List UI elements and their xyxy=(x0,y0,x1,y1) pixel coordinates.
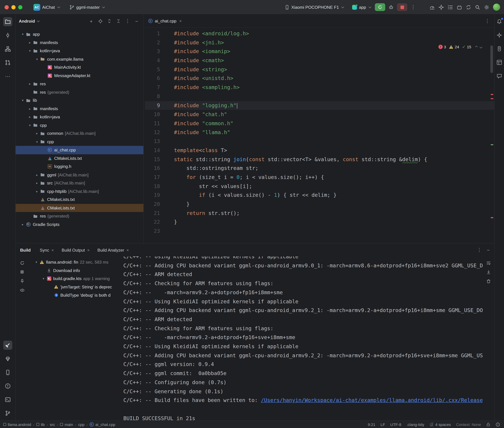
run-config-selector[interactable]: app xyxy=(350,3,374,11)
plugins-icon[interactable] xyxy=(455,3,464,11)
error-stripe-mark[interactable] xyxy=(491,217,493,218)
sync-project-icon[interactable] xyxy=(464,3,473,11)
pin-icon[interactable] xyxy=(18,277,26,285)
context-indicator[interactable]: Context: None xyxy=(456,422,481,427)
inspection-profile[interactable]: .clang-tidy xyxy=(406,422,424,427)
add-icon[interactable]: + xyxy=(88,17,95,25)
chevron-expanded-icon[interactable]: ▾ xyxy=(27,49,32,53)
project-view-mode[interactable]: Android xyxy=(19,19,35,24)
chevron-expanded-icon[interactable]: ▾ xyxy=(41,277,46,280)
build-panel-title[interactable]: Build xyxy=(20,247,31,252)
tab-build-output[interactable]: Build Output× xyxy=(59,243,93,256)
minimize-window-button[interactable] xyxy=(11,5,16,9)
tree-item-manifests[interactable]: ▸manifests xyxy=(16,38,144,47)
tree-item-app[interactable]: ▾app xyxy=(16,30,144,38)
commit-tool-button[interactable] xyxy=(3,31,12,40)
rerun-build-icon[interactable] xyxy=(18,259,26,267)
more-options-icon[interactable]: ⋮ xyxy=(124,17,131,25)
profiler-icon[interactable] xyxy=(427,3,436,11)
debug-button[interactable] xyxy=(386,3,396,11)
locate-file-icon[interactable] xyxy=(97,17,104,25)
notifications-icon[interactable] xyxy=(495,422,500,427)
device-explorer-tool-button[interactable] xyxy=(495,44,504,53)
project-selector[interactable]: AC AiChat xyxy=(31,2,62,12)
tree-item-src[interactable]: ▸src[AiChat.lib.main] xyxy=(16,179,144,187)
chevron-collapsed-icon[interactable]: ▸ xyxy=(34,173,40,177)
close-tab-icon[interactable]: × xyxy=(126,247,129,252)
chevron-expanded-icon[interactable]: ▾ xyxy=(27,123,32,127)
tree-item-common[interactable]: ▸common[AiChat.lib.main] xyxy=(16,129,144,138)
caret-position[interactable]: 9:21 xyxy=(368,422,375,427)
build-tree-item[interactable]: Download info xyxy=(29,266,120,275)
build-tree-item[interactable]: 'jvmTarget: String' is deprec xyxy=(29,283,120,291)
tab-sync[interactable]: Sync× xyxy=(36,243,57,256)
tree-item-cmakelists-txt[interactable]: CMakeLists.txt xyxy=(16,154,144,162)
chevron-expanded-icon[interactable]: ▾ xyxy=(20,33,25,36)
stop-button[interactable] xyxy=(397,3,408,11)
project-tool-button[interactable] xyxy=(3,17,12,26)
tree-item-cmakelists-txt[interactable]: CMakeLists.txt xyxy=(16,195,144,204)
inspections-widget[interactable]: ! 3 24 ✓ 15 xyxy=(437,44,483,50)
more-run-actions-button[interactable]: ⋮ xyxy=(409,3,418,11)
version-control-tool-button[interactable] xyxy=(3,409,12,418)
chevron-collapsed-icon[interactable]: ▸ xyxy=(34,132,40,135)
build-console[interactable]: C/C++: -- Using KleidiAI optimized kerne… xyxy=(120,256,483,420)
chevron-collapsed-icon[interactable]: ▸ xyxy=(27,107,32,110)
settings-gear-icon[interactable] xyxy=(482,3,491,11)
build-panel-options-icon[interactable]: ⋮ xyxy=(477,247,482,253)
profile-avatar[interactable] xyxy=(493,4,500,11)
build-variants-tool-button[interactable] xyxy=(3,354,12,363)
hide-build-panel-icon[interactable]: − xyxy=(487,247,490,253)
pull-requests-tool-button[interactable] xyxy=(3,58,12,67)
clear-console-icon[interactable] xyxy=(485,277,492,285)
tree-item-cpp-httplib[interactable]: ▸cpp-httplib[AiChat.lib.main] xyxy=(16,187,144,195)
change-stripe-mark[interactable] xyxy=(491,144,493,145)
breadcrumb-llama-android[interactable]: llama.android xyxy=(3,422,31,427)
tree-item-cpp[interactable]: ▾cpp xyxy=(16,138,144,146)
breadcrumb-cpp[interactable]: cpp xyxy=(78,422,85,427)
soft-wrap-icon[interactable] xyxy=(485,259,492,267)
stop-build-icon[interactable] xyxy=(18,268,26,276)
close-window-button[interactable] xyxy=(4,5,9,9)
tree-item-messageadapter-kt[interactable]: KMessageAdapter.kt xyxy=(16,71,144,80)
breadcrumb-ai-chat-cpp[interactable]: Cai_chat.cpp xyxy=(90,422,115,427)
tree-item-com-example-llama[interactable]: ▾com.example.llama xyxy=(16,55,144,63)
tree-item-ggml[interactable]: ▸ggml[AiChat.lib.main] xyxy=(16,171,144,179)
breadcrumb-src[interactable]: src xyxy=(50,422,55,427)
tree-item-logging-h[interactable]: Hlogging.h xyxy=(16,162,144,171)
collapse-all-icon[interactable] xyxy=(115,17,122,25)
assistant-chat-tool-button[interactable] xyxy=(495,72,504,80)
tree-item-kotlin-java[interactable]: ▾kotlin+java xyxy=(16,47,144,55)
todo-list-icon[interactable] xyxy=(445,3,455,11)
close-tab-icon[interactable]: × xyxy=(179,18,182,23)
tree-item-cmakelists-txt[interactable]: CMakeLists.txt xyxy=(16,204,144,212)
chevron-expanded-icon[interactable]: ▾ xyxy=(34,57,40,61)
filter-icon[interactable] xyxy=(18,286,26,294)
zoom-window-button[interactable] xyxy=(18,5,22,9)
build-output-link[interactable]: /Users/hanyin/Workspace/ai-chat/examples… xyxy=(261,397,483,403)
build-tree-item[interactable]: ▾Kbuild.gradle.ktsapp 1 warning xyxy=(29,275,120,283)
next-problem-icon[interactable] xyxy=(480,45,482,48)
chevron-collapsed-icon[interactable]: ▸ xyxy=(34,189,40,193)
close-tab-icon[interactable]: × xyxy=(51,247,54,252)
close-tab-icon[interactable]: × xyxy=(87,247,90,252)
breadcrumb-lib[interactable]: lib xyxy=(36,422,45,427)
tree-item-manifests[interactable]: ▸manifests xyxy=(16,105,144,113)
notifications-tool-button[interactable] xyxy=(495,17,504,25)
build-tool-button[interactable] xyxy=(3,341,12,350)
passed-count[interactable]: ✓ 15 xyxy=(462,44,471,49)
layout-inspector-tool-button[interactable] xyxy=(495,58,504,66)
tree-item-res[interactable]: res(generated) xyxy=(16,88,144,96)
editor-scrollbar[interactable] xyxy=(490,45,493,73)
line-separator[interactable]: LF xyxy=(381,422,385,427)
tree-item-cpp[interactable]: ▾cpp xyxy=(16,121,144,129)
branch-selector[interactable]: ggml-master xyxy=(67,3,107,11)
indent-settings[interactable]: 4 spaces xyxy=(429,422,451,427)
breadcrumb-main[interactable]: main xyxy=(60,422,73,427)
chevron-expanded-icon[interactable]: ▾ xyxy=(34,140,40,144)
structure-tool-button[interactable] xyxy=(3,44,12,53)
search-everywhere-icon[interactable] xyxy=(473,3,482,11)
build-tree-item[interactable]: BuildType 'debug' is both d xyxy=(29,291,120,299)
code-editor[interactable]: 1#include <android/log.h>2#include <jni.… xyxy=(144,28,494,243)
chevron-collapsed-icon[interactable]: ▸ xyxy=(20,223,25,226)
